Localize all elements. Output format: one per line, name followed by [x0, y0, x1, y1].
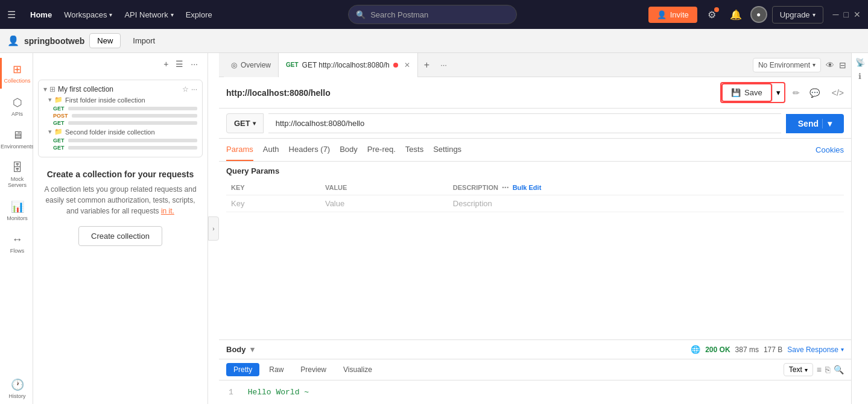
- code-panel-icon[interactable]: </>: [832, 88, 844, 98]
- filter-button[interactable]: ☰: [173, 58, 186, 70]
- notification-button[interactable]: 🔔: [726, 5, 746, 24]
- tab-body[interactable]: Body: [340, 139, 358, 161]
- resp-tab-visualize[interactable]: Visualize: [336, 363, 379, 376]
- params-table: KEY VALUE DESCRIPTION ··· Bulk Edit: [226, 180, 844, 212]
- maximize-button[interactable]: □: [844, 10, 849, 19]
- search-input[interactable]: 🔍 Search Postman: [348, 5, 517, 24]
- collection-more-icon: ···: [191, 85, 197, 93]
- save-button[interactable]: 💾 Save: [721, 83, 772, 102]
- new-tab-button[interactable]: +: [418, 60, 436, 71]
- desc-cell[interactable]: Description: [448, 195, 844, 212]
- value-cell[interactable]: Value: [320, 195, 448, 212]
- create-desc-link[interactable]: in it.: [161, 207, 174, 215]
- url-title: http://localhost:8080/hello: [226, 88, 331, 98]
- save-dropdown-button[interactable]: ▾: [772, 84, 784, 101]
- response-right-actions: Text ▾ ≡ ⎘ 🔍: [784, 363, 844, 376]
- req-line: [68, 107, 197, 110]
- folder1-req2[interactable]: POST: [53, 113, 197, 119]
- nav-home[interactable]: Home: [25, 7, 57, 23]
- method-select[interactable]: GET ▾: [226, 113, 264, 133]
- folder2-req2[interactable]: GET: [53, 145, 197, 151]
- upgrade-chevron-icon: ▾: [813, 11, 816, 18]
- new-button[interactable]: New: [89, 33, 121, 48]
- sidebar-item-mock-servers[interactable]: 🗄 Mock Servers: [0, 157, 33, 193]
- format-select[interactable]: Text ▾: [784, 363, 813, 376]
- search-response-button[interactable]: 🔍: [834, 365, 844, 374]
- folder2-name[interactable]: Second folder inside collection: [65, 128, 155, 136]
- flows-icon: ↔: [12, 233, 23, 246]
- url-input[interactable]: [268, 113, 781, 133]
- nav-workspaces[interactable]: Workspaces ▾: [59, 7, 117, 23]
- import-button[interactable]: Import: [125, 34, 162, 48]
- comment-button[interactable]: 💬: [807, 86, 822, 100]
- tab-active-request[interactable]: GET GET http://localhost:8080/h ✕: [279, 53, 418, 77]
- avatar[interactable]: ●: [750, 6, 767, 23]
- send-button[interactable]: Send ▾: [786, 114, 844, 133]
- copy-button[interactable]: ⎘: [825, 365, 830, 374]
- url-actions: 💾 Save ▾ ✏ 💬: [720, 82, 822, 103]
- edit-button[interactable]: ✏: [790, 86, 802, 100]
- tab-headers[interactable]: Headers (7): [289, 139, 331, 161]
- minimize-button[interactable]: ─: [833, 10, 839, 19]
- status-ok-label: 200 OK: [705, 346, 730, 354]
- tab-tests[interactable]: Tests: [405, 139, 423, 161]
- sidebar-item-history[interactable]: 🕐 History: [0, 373, 33, 404]
- tab-more-button[interactable]: ···: [436, 60, 452, 69]
- url-bar: http://localhost:8080/hello 💾 Save ▾ ✏ 💬…: [219, 77, 851, 109]
- tab-auth[interactable]: Auth: [263, 139, 279, 161]
- window-controls: ─ □ ✕: [833, 10, 861, 19]
- resp-tab-preview[interactable]: Preview: [293, 363, 334, 376]
- cookies-link[interactable]: Cookies: [816, 145, 844, 154]
- tab-params[interactable]: Params: [226, 139, 253, 161]
- create-collection-button[interactable]: Create collection: [78, 226, 162, 246]
- panel-collapse-button[interactable]: ›: [208, 216, 219, 241]
- settings-button[interactable]: ⚙: [702, 5, 721, 24]
- info-icon[interactable]: ℹ: [858, 72, 861, 81]
- workspace-name: springbootweb: [24, 36, 84, 46]
- folder1-name[interactable]: First folder inside collection: [65, 96, 145, 104]
- hamburger-icon[interactable]: ☰: [7, 9, 16, 21]
- more-options-button[interactable]: ···: [188, 58, 200, 70]
- save-response-button[interactable]: Save Response ▾: [787, 346, 844, 354]
- resp-tab-pretty[interactable]: Pretty: [226, 363, 259, 376]
- upgrade-button[interactable]: Upgrade ▾: [772, 6, 823, 24]
- tab-pre-req[interactable]: Pre-req.: [367, 139, 396, 161]
- api-network-chevron-icon: ▾: [171, 11, 174, 18]
- nav-api-network[interactable]: API Network ▾: [119, 7, 178, 23]
- satellite-icon[interactable]: 📡: [855, 58, 865, 67]
- value-column-header: VALUE: [320, 180, 448, 195]
- key-cell[interactable]: Key: [226, 195, 320, 212]
- sidebar-item-apis[interactable]: ⬡ APIs: [0, 91, 33, 122]
- environment-icon[interactable]: 👁: [826, 60, 834, 70]
- mock-servers-icon: 🗄: [12, 162, 23, 174]
- close-button[interactable]: ✕: [854, 10, 861, 19]
- top-nav: Home Workspaces ▾ API Network ▾ Explore: [25, 7, 217, 23]
- env-chevron-icon: ▾: [813, 62, 816, 68]
- nav-explore[interactable]: Explore: [181, 7, 217, 23]
- tab-settings[interactable]: Settings: [433, 139, 461, 161]
- collection-name[interactable]: My first collection: [58, 85, 113, 93]
- tab-close-icon[interactable]: ✕: [404, 61, 410, 69]
- add-collection-button[interactable]: +: [161, 58, 171, 70]
- history-icon: 🕐: [11, 378, 24, 391]
- bulk-edit-button[interactable]: Bulk Edit: [513, 184, 542, 191]
- sidebar-item-flows[interactable]: ↔ Flows: [0, 229, 33, 259]
- desc-more-icon[interactable]: ···: [502, 183, 509, 192]
- user-icon: 👤: [7, 35, 19, 46]
- body-chevron-icon[interactable]: ▾: [250, 345, 255, 354]
- collection-icon: ⊞: [49, 85, 55, 93]
- sidebar-item-environments[interactable]: 🖥 Environments: [0, 124, 33, 154]
- resp-tab-raw[interactable]: Raw: [262, 363, 291, 376]
- wrap-button[interactable]: ≡: [817, 365, 822, 374]
- folder2-req1[interactable]: GET: [53, 137, 197, 144]
- save-chevron-icon: ▾: [776, 88, 781, 97]
- sidebar-item-monitors[interactable]: 📊 Monitors: [0, 195, 33, 226]
- sidebar-item-collections[interactable]: ⊞ Collections: [0, 58, 33, 89]
- tab-overview[interactable]: ◎ Overview: [224, 53, 279, 77]
- folder1-req3[interactable]: GET: [53, 120, 197, 126]
- layout-icon[interactable]: ⊟: [839, 60, 846, 70]
- create-section-title: Create a collection for your requests: [43, 169, 198, 179]
- invite-button[interactable]: 👤 Invite: [648, 7, 697, 23]
- environment-select[interactable]: No Environment ▾: [753, 58, 821, 72]
- folder1-req1[interactable]: GET: [53, 106, 197, 112]
